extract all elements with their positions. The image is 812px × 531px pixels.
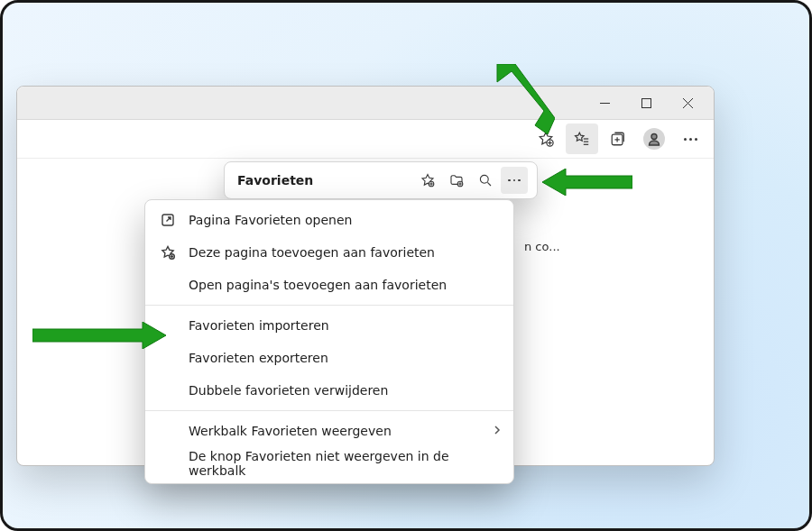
- menu-separator: [145, 410, 513, 411]
- menu-show-toolbar[interactable]: Werkbalk Favorieten weergeven: [145, 415, 513, 447]
- annotation-arrow-3: [32, 322, 166, 352]
- search-icon: [478, 173, 493, 188]
- star-plus-icon: [160, 244, 176, 261]
- menu-item-label: Favorieten importeren: [189, 318, 329, 333]
- window-close-button[interactable]: [667, 87, 708, 119]
- menu-item-label: Werkbalk Favorieten weergeven: [189, 424, 392, 438]
- profile-button[interactable]: [638, 124, 670, 154]
- chevron-right-icon: [494, 424, 501, 438]
- menu-remove-duplicates[interactable]: Dubbele favorieten verwijderen: [145, 374, 513, 407]
- collections-button[interactable]: [602, 124, 634, 154]
- svg-point-20: [480, 175, 488, 183]
- avatar-icon: [643, 128, 665, 150]
- svg-marker-27: [542, 169, 632, 196]
- favorites-panel-title: Favorieten: [234, 173, 412, 188]
- svg-rect-1: [641, 98, 651, 107]
- favorites-item-fragment: n co...: [524, 240, 560, 253]
- menu-open-favorites-page[interactable]: Pagina Favorieten openen: [145, 204, 513, 236]
- collections-icon: [610, 131, 626, 147]
- favorites-button[interactable]: [566, 124, 598, 154]
- settings-and-more-button[interactable]: [674, 124, 706, 154]
- annotation-arrow-2: [542, 169, 632, 198]
- menu-item-label: Open pagina's toevoegen aan favorieten: [189, 278, 447, 292]
- menu-export[interactable]: Favorieten exporteren: [145, 342, 513, 374]
- favorites-search-button[interactable]: [472, 167, 499, 194]
- window-minimize-button[interactable]: [584, 87, 625, 119]
- menu-add-this-page[interactable]: Deze pagina toevoegen aan favorieten: [145, 236, 513, 269]
- svg-marker-26: [497, 64, 555, 134]
- menu-item-label: De knop Favorieten niet weergeven in de …: [189, 449, 499, 478]
- ellipsis-icon: [684, 138, 697, 141]
- window-maximize-button[interactable]: [625, 87, 667, 119]
- menu-item-label: Pagina Favorieten openen: [189, 213, 352, 227]
- menu-import[interactable]: Favorieten importeren: [145, 309, 513, 342]
- favorites-add-folder-button[interactable]: [443, 167, 470, 194]
- svg-line-21: [487, 182, 491, 186]
- browser-toolbar: [17, 120, 714, 159]
- favorites-more-button[interactable]: [501, 167, 528, 194]
- window-titlebar[interactable]: [17, 87, 714, 120]
- svg-marker-28: [32, 322, 166, 349]
- svg-point-13: [651, 134, 657, 140]
- ellipsis-icon: [508, 179, 521, 182]
- open-external-icon: [160, 212, 176, 228]
- desktop-background: n co... Favorieten: [0, 0, 812, 531]
- annotation-arrow-1: [492, 64, 555, 137]
- menu-item-label: Deze pagina toevoegen aan favorieten: [189, 245, 435, 260]
- menu-separator: [145, 305, 513, 306]
- menu-add-open-pages[interactable]: Open pagina's toevoegen aan favorieten: [145, 269, 513, 301]
- star-list-icon: [574, 131, 590, 147]
- menu-item-label: Dubbele favorieten verwijderen: [189, 383, 388, 398]
- favorites-more-menu: Pagina Favorieten openen Deze pagina toe…: [144, 199, 514, 484]
- favorites-panel: Favorieten: [224, 161, 538, 199]
- star-plus-icon: [420, 173, 435, 188]
- menu-hide-button[interactable]: De knop Favorieten niet weergeven in de …: [145, 447, 513, 480]
- favorites-add-page-button[interactable]: [414, 167, 441, 194]
- menu-item-label: Favorieten exporteren: [189, 351, 328, 365]
- folder-plus-icon: [449, 173, 464, 188]
